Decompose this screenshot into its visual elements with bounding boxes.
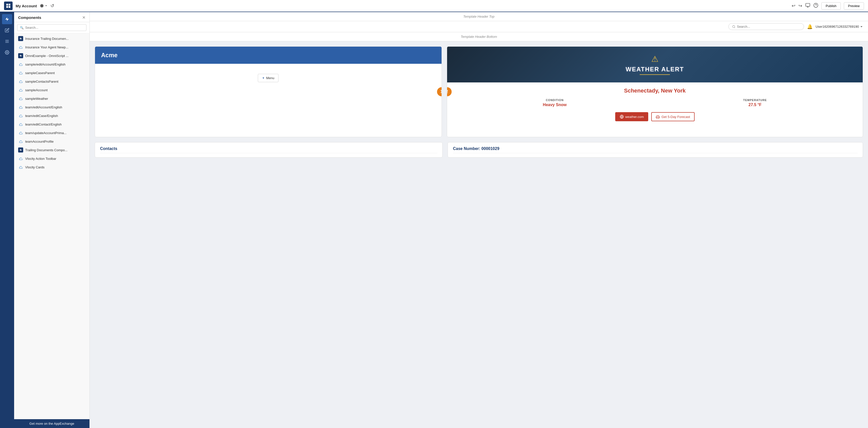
list-item[interactable]: team/editContact/English: [14, 120, 90, 128]
sidebar-list-icon[interactable]: [2, 36, 12, 47]
menu-label: Menu: [266, 76, 275, 80]
acme-header: Acme: [95, 47, 441, 64]
component-label: sample/editAccount/English: [25, 62, 65, 66]
cloud-icon: [18, 79, 23, 84]
temperature-value: 27.5 °F: [743, 102, 767, 107]
page-search-icon: [732, 25, 736, 29]
search-input[interactable]: [25, 26, 84, 30]
svg-rect-0: [6, 4, 8, 5]
list-item[interactable]: sampleAccount: [14, 86, 90, 94]
bolt-icon: [18, 36, 23, 41]
components-header: Components ✕: [14, 12, 90, 22]
svg-point-12: [6, 52, 8, 53]
forecast-button[interactable]: Get 5-Day Forecast: [651, 112, 694, 121]
globe-icon: [620, 115, 624, 119]
warning-icon: ⚠: [452, 54, 858, 64]
components-title: Components: [18, 16, 41, 20]
weather-com-button[interactable]: weather.com: [615, 112, 649, 121]
temperature-stat: TEMPERATURE 27.5 °F: [743, 98, 767, 107]
weather-com-label: weather.com: [625, 115, 644, 119]
app-logo[interactable]: [4, 1, 12, 10]
undo-button[interactable]: ↩: [792, 3, 796, 8]
sidebar-lightning-icon[interactable]: [2, 14, 12, 24]
component-label: team/editContact/English: [25, 122, 62, 126]
cloud-icon: [18, 139, 23, 144]
weather-city: Schenectady, New York: [455, 88, 855, 94]
svg-rect-3: [8, 6, 10, 8]
preview-button[interactable]: Preview: [844, 2, 864, 9]
step-badge-1: 1: [437, 87, 442, 96]
list-item[interactable]: Vlocity Cards: [14, 163, 90, 172]
publish-button[interactable]: Publish: [822, 2, 841, 9]
redo-button[interactable]: ↪: [799, 3, 802, 8]
svg-rect-4: [806, 3, 810, 6]
gear-dropdown[interactable]: [40, 4, 48, 8]
search-box[interactable]: 🔍: [17, 24, 87, 31]
sidebar-settings-icon[interactable]: [2, 48, 12, 58]
weather-alert-banner: ⚠ WEATHER ALERT: [447, 47, 863, 83]
list-item[interactable]: OmniExample - OmniScript ...: [14, 52, 90, 60]
cloud-icon: [18, 156, 23, 161]
condition-stat: CONDITION Heavy Snow: [543, 98, 566, 107]
help-icon[interactable]: [813, 3, 818, 9]
page-search-box[interactable]: [728, 23, 804, 30]
case-number-title: Case Number: 00001029: [453, 147, 858, 153]
list-item[interactable]: Vlocity Action Toolbar: [14, 154, 90, 163]
reload-button[interactable]: ↺: [51, 3, 54, 8]
acme-card: Acme ▼ Menu 1: [95, 47, 442, 137]
top-nav-left: My Account ↺: [4, 1, 54, 10]
list-item[interactable]: sample/editAccount/English: [14, 60, 90, 68]
case-number-card: Case Number: 00001029: [447, 142, 863, 157]
acme-body: ▼ Menu: [95, 64, 441, 87]
list-item[interactable]: team/editCase/English: [14, 112, 90, 120]
user-label: User16206967126332769190: [815, 25, 859, 29]
list-item[interactable]: team/updateAccountPrima...: [14, 128, 90, 137]
component-label: team/editAccount/English: [25, 105, 62, 109]
components-close-button[interactable]: ✕: [82, 15, 86, 20]
component-label: Vlocity Cards: [25, 165, 44, 169]
weather-body: Schenectady, New York CONDITION Heavy Sn…: [447, 83, 863, 126]
acme-title: Acme: [101, 52, 118, 59]
list-item[interactable]: teamAccountProfile: [14, 137, 90, 146]
bolt-icon: [18, 148, 23, 153]
menu-button[interactable]: ▼ Menu: [258, 74, 279, 82]
condition-value: Heavy Snow: [543, 102, 566, 107]
list-item[interactable]: Insurance Your Agent Newp...: [14, 43, 90, 52]
bell-icon[interactable]: 🔔: [807, 24, 812, 30]
components-search-area: 🔍: [14, 22, 90, 33]
sidebar-edit-icon[interactable]: [2, 25, 12, 35]
list-item[interactable]: team/editAccount/English: [14, 103, 90, 112]
svg-point-13: [733, 26, 735, 28]
cloud-icon: [18, 104, 23, 110]
cloud-icon: [18, 122, 23, 127]
contacts-card: Contacts: [95, 142, 442, 157]
page-header: 🔔 User16206967126332769190: [90, 21, 868, 32]
content-main: Acme ▼ Menu 1 ⚠: [90, 41, 868, 428]
cloud-icon: [18, 70, 23, 75]
main-content-row: Acme ▼ Menu 1 ⚠: [95, 47, 863, 137]
cloud-icon: [18, 130, 23, 135]
appexchange-button[interactable]: Get more on the AppExchange: [14, 419, 90, 428]
weather-alert-underline: [640, 74, 670, 75]
component-label: sampleAccount: [25, 88, 48, 92]
page-search-input[interactable]: [737, 25, 800, 29]
components-list: Insurance Trailing Documen...Insurance Y…: [14, 33, 90, 419]
list-item[interactable]: sampleCasesParent: [14, 68, 90, 77]
list-item[interactable]: Trailing Documents Compo...: [14, 146, 90, 154]
list-item[interactable]: sampleWeather: [14, 94, 90, 103]
component-label: team/updateAccountPrima...: [25, 131, 66, 135]
account-title: My Account: [16, 4, 37, 8]
bottom-row: Contacts Case Number: 00001029: [95, 142, 863, 157]
user-badge[interactable]: User16206967126332769190: [815, 25, 863, 29]
cloud-icon: [18, 164, 23, 170]
component-label: teamAccountProfile: [25, 140, 54, 144]
weather-stats: CONDITION Heavy Snow TEMPERATURE 27.5 °F: [455, 98, 855, 107]
component-label: sampleContactsParent: [25, 80, 59, 84]
contacts-title: Contacts: [100, 147, 437, 153]
list-item[interactable]: Insurance Trailing Documen...: [14, 34, 90, 43]
monitor-icon[interactable]: [805, 3, 810, 9]
main-layout: Components ✕ 🔍 Insurance Trailing Docume…: [0, 12, 868, 428]
menu-arrow-icon: ▼: [262, 77, 265, 80]
list-item[interactable]: sampleContactsParent: [14, 77, 90, 86]
cloud-icon: [18, 44, 23, 50]
